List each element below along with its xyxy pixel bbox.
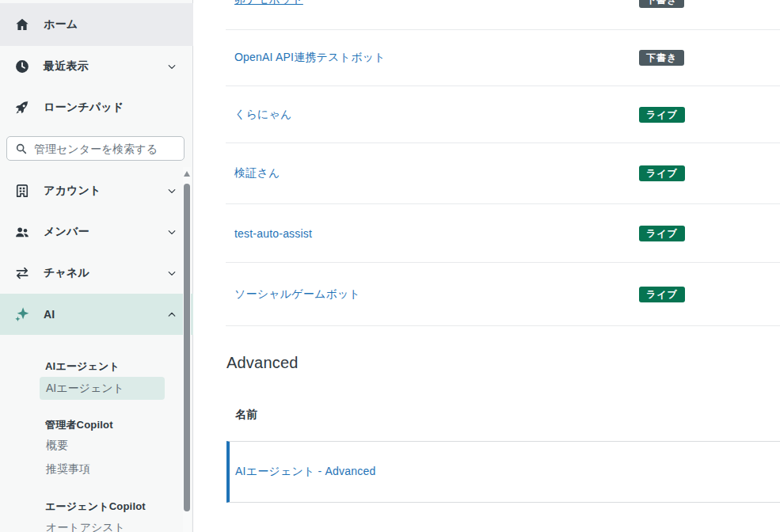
sidebar-item-label: ローンチパッド [44,101,124,115]
sidebar-item-label: AI [44,308,55,321]
swap-arrows-icon [14,265,30,281]
sidebar-item-home[interactable]: ホーム [0,3,193,46]
status-badge: ライブ [639,165,685,181]
chevron-down-icon [166,226,177,238]
sidebar-item-label: アカウント [44,184,101,198]
admin-search [6,136,185,161]
sidebar-item-ai[interactable]: AI [0,294,193,335]
sidebar-item-account[interactable]: アカウント [0,170,193,211]
bot-link[interactable]: くらにゃん [234,108,292,122]
sidebar-item-recent[interactable]: 最近表示 [0,46,193,87]
search-icon [15,142,28,155]
bot-list-row: OpenAI API連携テストボット 下書き [226,30,780,86]
bot-list-row: 検証さん ライブ [226,143,780,204]
chevron-down-icon [166,61,177,72]
bot-list-row: 卵デモボット 下書き [226,0,780,30]
bot-list-row: ソーシャルゲームボット ライブ [226,263,780,326]
sidebar-item-launchpad[interactable]: ローンチパッド [0,87,193,128]
sparkle-icon [14,306,30,322]
subnav-header-admin-copilot: 管理者Copilot [45,418,113,432]
name-column-header: 名前 [235,408,257,422]
bot-link[interactable]: test-auto-assist [234,227,312,240]
chevron-down-icon [166,185,177,196]
sidebar-item-label: 最近表示 [44,59,89,74]
advanced-agent-row[interactable]: AIエージェント - Advanced [226,441,780,503]
people-icon [14,224,30,240]
scrollbar-thumb[interactable] [184,184,190,511]
status-badge: ライブ [639,226,685,241]
clock-icon [14,59,30,74]
status-badge: 下書き [639,50,684,66]
scrollbar-up-arrow-icon[interactable] [184,171,190,177]
subnav-item-overview[interactable]: 概要 [40,434,165,457]
bot-list-row: test-auto-assist ライブ [226,204,780,263]
subnav-item-ai-agents[interactable]: AIエージェント [40,377,165,400]
subnav-header-agent-copilot: エージェントCopilot [45,500,146,514]
sidebar-item-label: ホーム [44,17,78,32]
sidebar: ホーム 最近表示 ローンチパッド アカウント [0,0,193,532]
sidebar-item-label: チャネル [44,266,89,280]
subnav-item-recommendations[interactable]: 推奨事項 [40,458,165,481]
chevron-up-icon [166,309,177,320]
home-icon [14,17,30,32]
advanced-section-heading: Advanced [226,354,299,372]
subnav-item-auto-assist[interactable]: オートアシスト [40,516,165,532]
rocket-icon [14,100,30,116]
sidebar-item-label: メンバー [44,225,89,239]
status-badge: ライブ [639,287,685,302]
bot-link[interactable]: OpenAI API連携テストボット [234,51,386,65]
bot-link[interactable]: ソーシャルゲームボット [234,287,360,302]
sidebar-item-members[interactable]: メンバー [0,211,193,253]
bot-link[interactable]: 検証さん [234,166,280,180]
admin-center-app: ホーム 最近表示 ローンチパッド アカウント [0,0,780,532]
advanced-agent-link[interactable]: AIエージェント - Advanced [235,465,375,479]
ai-agents-content: 卵デモボット 下書き OpenAI API連携テストボット 下書き くらにゃん … [194,0,780,532]
status-badge: ライブ [639,107,685,123]
search-input[interactable] [34,142,175,155]
sidebar-item-channels[interactable]: チャネル [0,253,193,294]
status-badge: 下書き [639,0,684,8]
chevron-down-icon [166,268,177,279]
subnav-header-ai-agents: AIエージェント [45,359,120,374]
sidebar-scrollbar[interactable] [183,167,191,532]
bot-link[interactable]: 卵デモボット [234,0,303,7]
bot-list-row: くらにゃん ライブ [226,86,780,143]
building-icon [14,183,30,199]
